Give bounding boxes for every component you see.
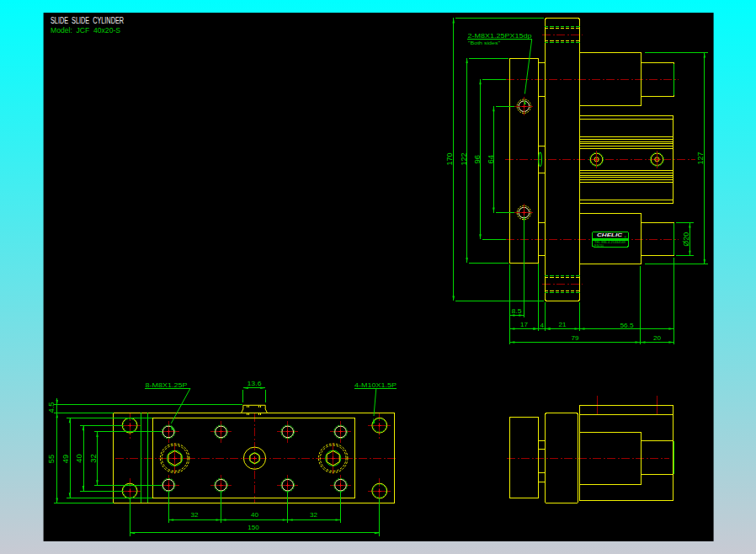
svg-text:Model: JCF 40x20-S: Model: JCF 40x20-S <box>51 25 120 35</box>
svg-text:40: 40 <box>251 511 259 519</box>
svg-text:32: 32 <box>191 511 200 519</box>
svg-text:CHELIC: CHELIC <box>597 232 623 237</box>
svg-text:55: 55 <box>47 455 56 464</box>
svg-text:20: 20 <box>653 334 662 342</box>
svg-text:4F.NO10: 4F.NO10 <box>594 244 604 248</box>
svg-text:79: 79 <box>572 334 580 342</box>
svg-text:4: 4 <box>540 322 544 328</box>
svg-text:13.6: 13.6 <box>248 380 263 387</box>
svg-text:32: 32 <box>89 454 98 463</box>
svg-text:122: 122 <box>460 153 468 166</box>
svg-text:127: 127 <box>696 152 705 165</box>
svg-text:170: 170 <box>445 153 454 166</box>
svg-text:4-M10X1.5P: 4-M10X1.5P <box>354 382 397 388</box>
svg-text:96: 96 <box>473 155 482 164</box>
svg-text:17: 17 <box>520 321 529 328</box>
svg-text:8.5: 8.5 <box>512 307 523 315</box>
svg-text:2-M8X1.25PX15dp: 2-M8X1.25PX15dp <box>467 33 531 40</box>
svg-text:64: 64 <box>487 155 495 164</box>
svg-text:32: 32 <box>310 511 318 519</box>
svg-text:150: 150 <box>248 524 259 531</box>
svg-text:40: 40 <box>75 454 83 463</box>
svg-text:4.5: 4.5 <box>47 402 56 413</box>
svg-text:8-M8X1.25P: 8-M8X1.25P <box>146 382 188 388</box>
svg-text:49: 49 <box>61 455 70 464</box>
svg-text:Ø20: Ø20 <box>682 232 690 247</box>
svg-text:21: 21 <box>559 321 567 328</box>
svg-text:"Both sides": "Both sides" <box>468 40 500 45</box>
svg-text:SLIDE SLIDE CYLINDER: SLIDE SLIDE CYLINDER <box>51 16 124 25</box>
svg-text:56.5: 56.5 <box>620 322 635 329</box>
